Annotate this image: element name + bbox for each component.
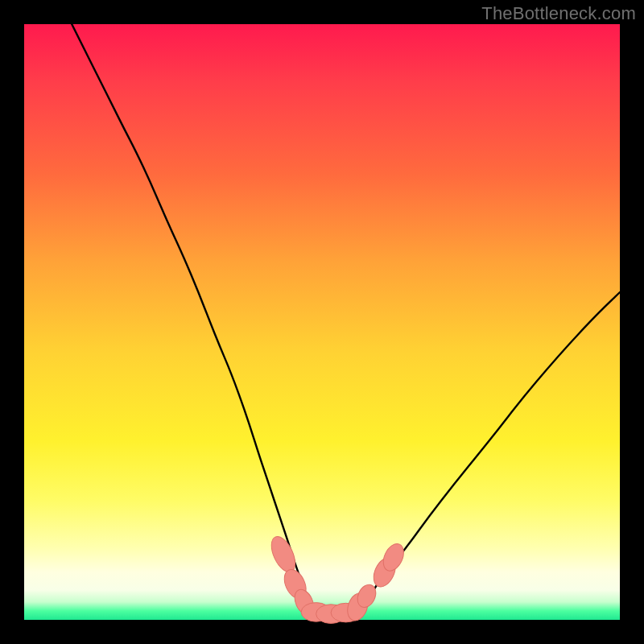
curve-markers <box>266 533 407 623</box>
bottleneck-curve <box>72 24 620 615</box>
watermark-text: TheBottleneck.com <box>481 3 636 24</box>
curve-svg <box>24 24 620 620</box>
curve-marker <box>266 533 299 576</box>
plot-area <box>24 24 620 620</box>
chart-frame: TheBottleneck.com <box>0 0 644 644</box>
